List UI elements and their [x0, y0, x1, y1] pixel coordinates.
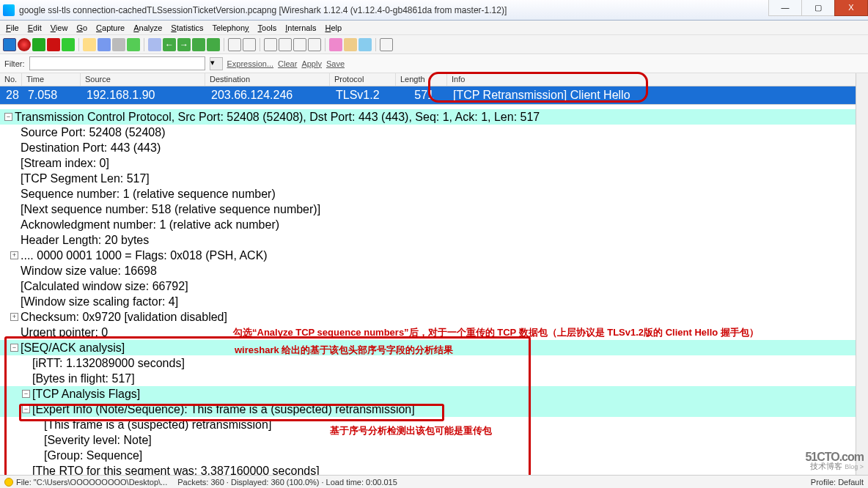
- menu-help[interactable]: Help: [322, 22, 345, 34]
- menu-capture[interactable]: Capture: [93, 22, 128, 34]
- field-next-seq[interactable]: [Next sequence number: 518 (relative seq…: [0, 202, 868, 217]
- save-icon[interactable]: [98, 38, 111, 51]
- zoom-reset-icon[interactable]: [293, 38, 306, 51]
- separator: [224, 38, 224, 51]
- cell-time: 7.058: [22, 89, 81, 102]
- field-bytes-in-flight[interactable]: [Bytes in flight: 517]: [0, 371, 868, 386]
- capture-options-icon[interactable]: [32, 38, 45, 51]
- expand-icon[interactable]: +: [10, 251, 18, 259]
- col-info[interactable]: Info: [447, 73, 868, 86]
- status-profile[interactable]: Profile: Default: [811, 478, 864, 487]
- col-no[interactable]: No.: [0, 73, 22, 86]
- col-time[interactable]: Time: [22, 73, 81, 86]
- menu-telephony[interactable]: Telephony: [209, 22, 251, 34]
- separator: [260, 38, 260, 51]
- field-dst-port[interactable]: Destination Port: 443 (443): [0, 140, 868, 155]
- autoscroll-icon[interactable]: [243, 38, 256, 51]
- status-packets: Packets: 360 · Displayed: 360 (100.0%) ·…: [177, 478, 397, 487]
- tree-analysis-flags[interactable]: −[TCP Analysis Flags]: [0, 386, 868, 402]
- filter-expression[interactable]: Expression...: [227, 59, 274, 68]
- maximize-button[interactable]: ▢: [801, 0, 835, 16]
- go-last-icon[interactable]: [207, 38, 220, 51]
- field-ack-number[interactable]: Acknowledgment number: 1 (relative ack n…: [0, 217, 868, 232]
- status-indicator-icon: [4, 478, 13, 487]
- expand-icon[interactable]: +: [10, 313, 18, 321]
- resize-cols-icon[interactable]: [308, 38, 321, 51]
- status-bar: File: "C:\Users\OOOOOOOOO\Desktop\... Pa…: [0, 475, 868, 488]
- zoom-out-icon[interactable]: [279, 38, 292, 51]
- field-window-size[interactable]: Window size value: 16698: [0, 263, 868, 278]
- filter-icon[interactable]: [329, 38, 342, 51]
- field-urgent-pointer[interactable]: Urgent pointer: 0: [0, 325, 868, 340]
- toolbar: ← →: [0, 35, 868, 54]
- reload-icon[interactable]: [127, 38, 140, 51]
- cell-info: [TCP Retransmission] Client Hello: [447, 89, 868, 102]
- minimize-button[interactable]: —: [768, 0, 802, 16]
- menu-go[interactable]: Go: [73, 22, 90, 34]
- field-seq-number[interactable]: Sequence number: 1 (relative sequence nu…: [0, 186, 868, 202]
- col-protocol[interactable]: Protocol: [330, 73, 396, 86]
- field-header-length[interactable]: Header Length: 20 bytes: [0, 232, 868, 248]
- packet-list-header: No. Time Source Destination Protocol Len…: [0, 73, 868, 86]
- window-buttons: — ▢ X: [769, 0, 868, 16]
- menu-statistics[interactable]: Statistics: [168, 22, 206, 34]
- menu-internals[interactable]: Internals: [282, 22, 319, 34]
- filter-clear[interactable]: Clear: [278, 59, 297, 68]
- menu-tools[interactable]: Tools: [255, 22, 280, 34]
- menubar: File Edit View Go Capture Analyze Statis…: [0, 21, 868, 35]
- zoom-in-icon[interactable]: [264, 38, 277, 51]
- col-source[interactable]: Source: [81, 73, 205, 86]
- go-back-icon[interactable]: ←: [163, 38, 176, 51]
- capture-restart-icon[interactable]: [62, 38, 75, 51]
- filter-apply[interactable]: Apply: [301, 59, 322, 68]
- separator: [144, 38, 144, 51]
- menu-analyze[interactable]: Analyze: [130, 22, 165, 34]
- find-icon[interactable]: [148, 38, 161, 51]
- separator: [375, 38, 376, 51]
- color-rules-icon[interactable]: [358, 38, 372, 51]
- go-fwd-icon[interactable]: →: [177, 38, 191, 51]
- collapse-icon[interactable]: −: [22, 405, 30, 413]
- field-irtt[interactable]: [iRTT: 1.132089000 seconds]: [0, 355, 868, 371]
- tree-flags[interactable]: +.... 0000 0001 1000 = Flags: 0x018 (PSH…: [0, 248, 868, 263]
- cell-length: 571: [396, 89, 447, 102]
- prefs-icon[interactable]: [344, 38, 357, 51]
- close-button[interactable]: X: [834, 0, 868, 16]
- help-icon[interactable]: [380, 38, 393, 51]
- tree-expert-info[interactable]: −[Expert Info (Note/Sequence): This fram…: [0, 402, 868, 417]
- field-stream-index[interactable]: [Stream index: 0]: [0, 155, 868, 171]
- capture-stop-icon[interactable]: [47, 38, 60, 51]
- go-first-icon[interactable]: [192, 38, 205, 51]
- tree-tcp[interactable]: −Transmission Control Protocol, Src Port…: [0, 109, 868, 125]
- vertical-scrollbar[interactable]: [856, 73, 868, 475]
- field-retransmission[interactable]: [This frame is a (suspected) retransmiss…: [0, 417, 868, 432]
- collapse-icon[interactable]: −: [10, 344, 18, 352]
- field-segment-len[interactable]: [TCP Segment Len: 517]: [0, 171, 868, 186]
- menu-edit[interactable]: Edit: [25, 22, 45, 34]
- collapse-icon[interactable]: −: [22, 390, 30, 398]
- capture-start-icon[interactable]: [18, 38, 31, 51]
- filter-save[interactable]: Save: [326, 59, 345, 68]
- packet-details-pane[interactable]: −Transmission Control Protocol, Src Port…: [0, 104, 868, 487]
- filter-dropdown-icon[interactable]: ▾: [210, 57, 223, 70]
- window-title: google ssl-tls connection-cachedTLSsessi…: [19, 5, 865, 15]
- field-scale-factor[interactable]: [Window size scaling factor: 4]: [0, 294, 868, 309]
- colorize-icon[interactable]: [228, 38, 241, 51]
- field-calc-window[interactable]: [Calculated window size: 66792]: [0, 278, 868, 294]
- tree-checksum[interactable]: +Checksum: 0x9720 [validation disabled]: [0, 309, 868, 325]
- tree-seqack-analysis[interactable]: −[SEQ/ACK analysis]: [0, 340, 868, 355]
- close-file-icon[interactable]: [112, 38, 125, 51]
- menu-view[interactable]: View: [48, 22, 71, 34]
- field-severity[interactable]: [Severity level: Note]: [0, 432, 868, 448]
- field-src-port[interactable]: Source Port: 52408 (52408): [0, 125, 868, 140]
- field-group[interactable]: [Group: Sequence]: [0, 448, 868, 463]
- open-icon[interactable]: [83, 38, 96, 51]
- cell-source: 192.168.1.90: [81, 89, 205, 102]
- interfaces-icon[interactable]: [3, 38, 16, 51]
- packet-row-selected[interactable]: 28 7.058 192.168.1.90 203.66.124.246 TLS…: [0, 86, 868, 104]
- col-destination[interactable]: Destination: [205, 73, 330, 86]
- col-length[interactable]: Length: [396, 73, 447, 86]
- collapse-icon[interactable]: −: [4, 113, 12, 121]
- menu-file[interactable]: File: [3, 22, 22, 34]
- filter-input[interactable]: [29, 56, 205, 70]
